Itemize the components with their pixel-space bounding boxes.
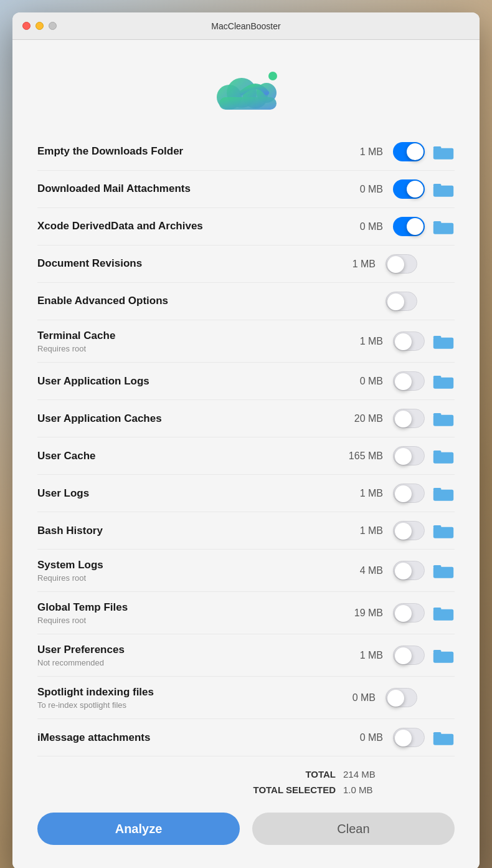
list-item: User Application Logs0 MB xyxy=(37,363,455,400)
folder-icon[interactable] xyxy=(432,217,455,236)
toggle-switch[interactable] xyxy=(393,142,425,161)
item-info: Enable Advanced Options xyxy=(37,294,342,308)
toggle-switch[interactable] xyxy=(393,728,425,747)
total-selected-value: 1.0 MB xyxy=(343,785,393,795)
list-item: Enable Advanced Options xyxy=(37,283,455,320)
toggle-switch[interactable] xyxy=(393,217,425,236)
toggle-track xyxy=(393,561,425,580)
item-size: 0 MB xyxy=(339,221,383,232)
folder-icon[interactable] xyxy=(432,332,455,351)
list-item: System LogsRequires root4 MB xyxy=(37,550,455,592)
item-title: Global Temp Files xyxy=(37,601,339,614)
folder-icon[interactable] xyxy=(432,409,455,428)
toggle-switch[interactable] xyxy=(386,292,417,311)
toggle-switch[interactable] xyxy=(393,646,425,665)
svg-rect-15 xyxy=(433,377,453,388)
minimize-button[interactable] xyxy=(35,22,44,30)
toggle-switch[interactable] xyxy=(393,603,425,622)
toggle-knob xyxy=(407,181,423,198)
svg-rect-7 xyxy=(433,148,453,159)
totals-section: TOTAL 214 MB TOTAL SELECTED 1.0 MB xyxy=(37,756,455,803)
folder-icon[interactable] xyxy=(432,180,455,199)
folder-icon[interactable] xyxy=(432,447,455,465)
folder-icon[interactable] xyxy=(432,646,455,665)
svg-rect-19 xyxy=(433,452,453,463)
toggle-knob xyxy=(395,730,412,746)
list-item: Spotlight indexing filesTo re-index spot… xyxy=(37,677,455,719)
toggle-switch[interactable] xyxy=(386,254,417,274)
item-size: 0 MB xyxy=(339,184,383,195)
item-size: 4 MB xyxy=(339,565,383,576)
item-subtitle: Not recommended xyxy=(37,658,339,667)
traffic-lights xyxy=(22,22,57,30)
item-title: iMessage attachments xyxy=(37,731,339,745)
item-title: Empty the Downloads Folder xyxy=(37,145,339,158)
folder-icon[interactable] xyxy=(432,728,455,747)
toggle-knob xyxy=(395,523,412,540)
toggle-knob xyxy=(407,218,423,235)
toggle-switch[interactable] xyxy=(393,446,425,465)
list-item: Terminal CacheRequires root1 MB xyxy=(37,320,455,363)
item-title: User Preferences xyxy=(37,643,339,657)
toggle-switch[interactable] xyxy=(386,688,417,707)
list-item: Empty the Downloads Folder1 MB xyxy=(37,133,455,171)
logo-area xyxy=(37,40,455,133)
list-item: Downloaded Mail Attachments0 MB xyxy=(37,171,455,208)
item-title: User Cache xyxy=(37,449,339,463)
toggle-switch[interactable] xyxy=(393,521,425,540)
item-size: 20 MB xyxy=(339,413,383,424)
analyze-button[interactable]: Analyze xyxy=(37,813,240,845)
item-info: User PreferencesNot recommended xyxy=(37,643,339,667)
item-size: 1 MB xyxy=(339,488,383,499)
toggle-track xyxy=(393,521,425,540)
list-item: User PreferencesNot recommended1 MB xyxy=(37,634,455,677)
close-button[interactable] xyxy=(22,22,31,30)
item-info: Terminal CacheRequires root xyxy=(37,329,339,353)
toggle-switch[interactable] xyxy=(393,331,425,351)
item-title: Xcode DerivedData and Archives xyxy=(37,219,339,233)
item-info: Downloaded Mail Attachments xyxy=(37,182,339,196)
toggle-switch[interactable] xyxy=(393,409,425,428)
item-size: 1 MB xyxy=(339,336,383,347)
item-info: System LogsRequires root xyxy=(37,558,339,583)
item-size: 0 MB xyxy=(339,376,383,387)
item-subtitle: Requires root xyxy=(37,344,339,353)
toggle-knob xyxy=(395,605,412,622)
list-item: iMessage attachments0 MB xyxy=(37,719,455,756)
svg-rect-31 xyxy=(433,734,453,745)
toggle-track xyxy=(393,646,425,665)
folder-icon[interactable] xyxy=(432,372,455,391)
folder-icon[interactable] xyxy=(432,604,455,622)
app-logo xyxy=(206,59,286,121)
list-item: User Application Caches20 MB xyxy=(37,400,455,437)
toggle-switch[interactable] xyxy=(393,371,425,391)
folder-icon[interactable] xyxy=(432,561,455,580)
total-row: TOTAL 214 MB xyxy=(37,766,455,782)
toggle-track xyxy=(386,292,417,311)
total-value: 214 MB xyxy=(343,769,393,780)
item-title: Bash History xyxy=(37,524,339,538)
toggle-track xyxy=(393,371,425,391)
item-size: 0 MB xyxy=(332,692,376,703)
toggle-switch[interactable] xyxy=(393,179,425,199)
maximize-button[interactable] xyxy=(49,22,57,30)
toggle-track xyxy=(393,603,425,622)
total-selected-row: TOTAL SELECTED 1.0 MB xyxy=(37,782,455,798)
item-title: Document Revisions xyxy=(37,257,332,270)
svg-rect-21 xyxy=(433,489,453,500)
item-info: Global Temp FilesRequires root xyxy=(37,601,339,625)
folder-icon[interactable] xyxy=(432,484,455,503)
list-item: User Cache165 MB xyxy=(37,437,455,475)
total-label: TOTAL xyxy=(305,769,336,780)
main-content: Empty the Downloads Folder1 MBDownloaded… xyxy=(12,40,480,868)
toggle-switch[interactable] xyxy=(393,561,425,580)
toggle-track xyxy=(393,142,425,161)
folder-icon[interactable] xyxy=(432,143,455,161)
list-item: Xcode DerivedData and Archives0 MB xyxy=(37,208,455,246)
item-size: 1 MB xyxy=(339,146,383,158)
toggle-switch[interactable] xyxy=(393,484,425,503)
clean-button[interactable]: Clean xyxy=(252,813,455,845)
item-info: Document Revisions xyxy=(37,257,332,270)
folder-icon[interactable] xyxy=(432,522,455,540)
toggle-knob xyxy=(395,448,412,465)
